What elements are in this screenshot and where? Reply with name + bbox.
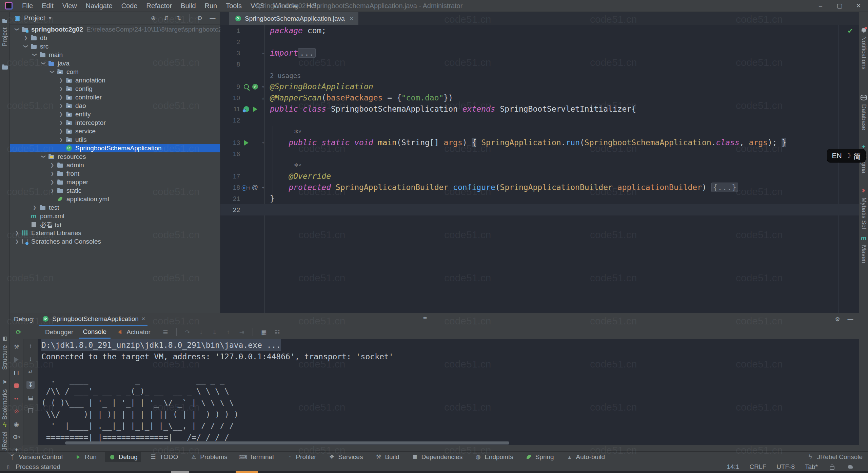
fold-marker[interactable]: − xyxy=(260,51,267,56)
tool-stripe-notifications[interactable]: Notifications xyxy=(859,25,868,70)
chevron-collapsed-icon[interactable]: ❯ xyxy=(13,239,21,244)
stop-red-icon[interactable] xyxy=(13,381,21,390)
editor-tab[interactable]: ⟳ SpringbootSchemaApplication.java ✕ xyxy=(229,12,358,25)
step-out-icon[interactable]: ↑ xyxy=(224,328,232,336)
tree-item-utils[interactable]: ❯utils xyxy=(10,135,220,144)
gear-icon[interactable]: ⚙ xyxy=(196,14,204,22)
burger-icon[interactable]: ☰ xyxy=(161,328,170,336)
chevron-expanded-icon[interactable]: ❯ xyxy=(50,68,55,76)
minus-icon[interactable]: — xyxy=(846,315,854,323)
tree-item-application.yml[interactable]: application.yml xyxy=(10,195,220,203)
ai-icon[interactable]: ✻˅ xyxy=(267,161,302,169)
trash-icon[interactable] xyxy=(26,406,35,415)
console-actions-toolbar[interactable]: ↑↓↵↧▤ xyxy=(23,339,38,445)
toolwindow-button-services[interactable]: ❖Services xyxy=(324,452,367,462)
resume-icon[interactable] xyxy=(13,356,21,364)
toolwindow-button-terminal[interactable]: ⌨Terminal xyxy=(236,452,277,462)
step-into-icon[interactable]: ↓ xyxy=(197,328,205,336)
tree-item-admin[interactable]: ❯admin xyxy=(10,161,220,169)
camera-icon[interactable]: ◉ xyxy=(13,420,21,428)
chevron-collapsed-icon[interactable]: ❯ xyxy=(57,95,65,100)
chevron-collapsed-icon[interactable]: ❯ xyxy=(57,112,65,117)
chevron-expanded-icon[interactable]: ❯ xyxy=(41,153,46,160)
menu-view[interactable]: View xyxy=(58,0,81,12)
tree-item-java[interactable]: ❯java xyxy=(10,59,220,68)
tree-item-annotation[interactable]: ❯annotation xyxy=(10,76,220,84)
tree-item-config[interactable]: ❯config xyxy=(10,84,220,93)
rerun-icon[interactable]: ⟳ xyxy=(15,328,23,336)
tool-stripe-bookmarks[interactable]: ⚑Bookmarks xyxy=(0,378,9,420)
toolwindow-button-spring[interactable]: Spring xyxy=(521,452,557,462)
menu-tools[interactable]: Tools xyxy=(221,0,246,12)
menu-code[interactable]: Code xyxy=(117,0,142,12)
locate-icon[interactable]: ⊕ xyxy=(149,14,157,22)
chevron-expanded-icon[interactable]: ❯ xyxy=(23,43,28,50)
tree-item-scratches-and-consoles[interactable]: ❯Scratches and Consoles xyxy=(10,237,220,246)
override-icon[interactable]: · xyxy=(242,184,250,192)
layout-icon[interactable]: ☷ xyxy=(273,328,281,336)
tree-item-dao[interactable]: ❯dao xyxy=(10,101,220,110)
toolwindow-button-problems[interactable]: ⚠Problems xyxy=(186,452,231,462)
run-to-cursor-icon[interactable]: ⇥ xyxy=(238,328,246,336)
readonly-lock-icon[interactable] xyxy=(828,463,836,471)
tool-stripe-jrebel[interactable]: ϟJRebel xyxy=(0,421,9,451)
inspection-profile-icon[interactable] xyxy=(846,463,854,471)
tool-stripe-structure[interactable]: ◧Structure xyxy=(0,334,9,370)
pause-icon[interactable]: ❙❙ xyxy=(13,368,21,377)
tree-item-com[interactable]: ❯com xyxy=(10,68,220,76)
menu-edit[interactable]: Edit xyxy=(37,0,58,12)
tree-item-resources[interactable]: ❯resources xyxy=(10,152,220,161)
scroll-end-icon[interactable]: ↧ xyxy=(26,381,35,389)
tree-item-static[interactable]: ❯static xyxy=(10,186,220,195)
chevron-collapsed-icon[interactable]: ❯ xyxy=(48,179,56,185)
chevron-collapsed-icon[interactable]: ❯ xyxy=(57,129,65,134)
ai-icon[interactable]: ✻˅ xyxy=(267,128,302,136)
close-button[interactable]: ✕ xyxy=(849,0,868,12)
spring-bean-icon[interactable] xyxy=(242,105,250,113)
chevron-collapsed-icon[interactable]: ❯ xyxy=(48,171,56,176)
mute-bp-icon[interactable]: ⊘ xyxy=(13,407,21,415)
splitter-handle-icon[interactable]: ⬌ xyxy=(423,315,427,321)
caret-position[interactable]: 14:1 xyxy=(727,463,739,471)
spring-search-icon[interactable] xyxy=(242,83,250,91)
project-panel-title[interactable]: ▣ Project ▼ xyxy=(13,14,52,22)
up-icon[interactable]: ↑ xyxy=(26,342,35,350)
close-icon[interactable]: ✕ xyxy=(350,16,354,22)
tree-item-external-libraries[interactable]: ❯External Libraries xyxy=(10,229,220,237)
maximize-button[interactable]: ▢ xyxy=(830,0,849,12)
line-ending[interactable]: CRLF xyxy=(750,463,767,471)
debug-actions-toolbar[interactable]: ⚒❙❙●●⊘◉⚙✦ xyxy=(10,339,23,445)
tree-item-db[interactable]: ❯db xyxy=(10,34,220,42)
debug-tab-debugger[interactable]: Debugger xyxy=(41,326,77,338)
menu-refactor[interactable]: Refactor xyxy=(142,0,176,12)
indent-style[interactable]: Tab* xyxy=(805,463,818,471)
gear-arrow-icon[interactable]: ⚙ xyxy=(13,433,21,441)
tree-item-controller[interactable]: ❯controller xyxy=(10,93,220,101)
soft-wrap-icon[interactable]: ↵ xyxy=(26,368,35,376)
toolwindow-button-version-control[interactable]: ᛘVersion Control xyxy=(5,452,66,462)
tool-stripe-maven[interactable]: mMaven xyxy=(859,234,868,263)
step-over-icon[interactable]: ↷ xyxy=(183,328,192,336)
toolwindow-button-dependencies[interactable]: ≣Dependencies xyxy=(408,452,466,462)
debug-tab-actuator[interactable]: ❋Actuator xyxy=(112,326,155,338)
tree-item-service[interactable]: ❯service xyxy=(10,127,220,135)
tool-stripe-mybatis-sql[interactable]: ❥Mybatis Sql xyxy=(859,187,868,229)
chevron-collapsed-icon[interactable]: ❯ xyxy=(57,78,65,83)
calculator-icon[interactable]: ▦ xyxy=(260,328,268,336)
tree-item-interceptor[interactable]: ❯interceptor xyxy=(10,118,220,127)
debug-tab-console[interactable]: Console xyxy=(79,326,111,339)
tree-item-springbootc2g02[interactable]: ❯springbootc2g02E:\releaseComp\24-10\11\… xyxy=(10,25,220,34)
chevron-collapsed-icon[interactable]: ❯ xyxy=(31,205,38,210)
collapse-all-icon[interactable]: ⇵ xyxy=(162,14,170,22)
inspections-ok-icon[interactable]: ✔ xyxy=(847,27,853,35)
tool-stripe-icon[interactable] xyxy=(0,63,9,71)
gear-icon[interactable]: ⚙ xyxy=(833,315,842,323)
spring-check-icon[interactable]: ✔ xyxy=(251,83,259,91)
tool-stripe-project[interactable]: Project xyxy=(0,17,9,46)
tree-item-src[interactable]: ❯src xyxy=(10,42,220,51)
print-icon[interactable]: ▤ xyxy=(26,394,35,402)
tree-item-main[interactable]: ❯main xyxy=(10,51,220,59)
run-icon[interactable] xyxy=(251,105,259,113)
chevron-collapsed-icon[interactable]: ❯ xyxy=(22,35,29,40)
menu-build[interactable]: Build xyxy=(176,0,200,12)
